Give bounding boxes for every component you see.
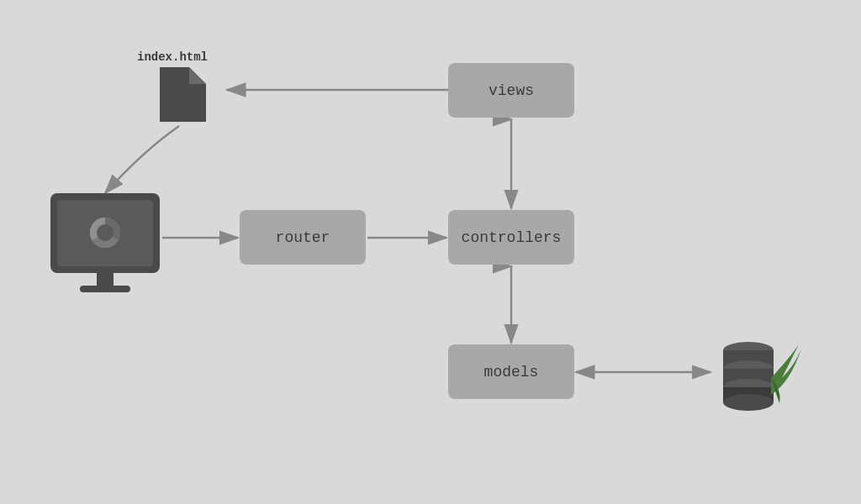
router-box: router bbox=[240, 210, 366, 265]
svg-point-12 bbox=[97, 224, 114, 241]
svg-point-19 bbox=[723, 394, 774, 411]
controllers-box: controllers bbox=[448, 210, 574, 265]
svg-marker-4 bbox=[160, 67, 206, 122]
database-icon bbox=[710, 332, 803, 420]
models-box: models bbox=[448, 344, 574, 399]
svg-rect-8 bbox=[97, 273, 114, 286]
index-html-label: index.html bbox=[137, 50, 208, 64]
svg-marker-5 bbox=[189, 67, 206, 84]
views-box: views bbox=[448, 63, 574, 118]
svg-rect-9 bbox=[80, 286, 130, 292]
arrow-file-to-monitor bbox=[105, 126, 179, 193]
file-icon bbox=[160, 67, 206, 122]
diagram: index.html views route bbox=[0, 0, 861, 504]
monitor-icon bbox=[46, 189, 164, 302]
